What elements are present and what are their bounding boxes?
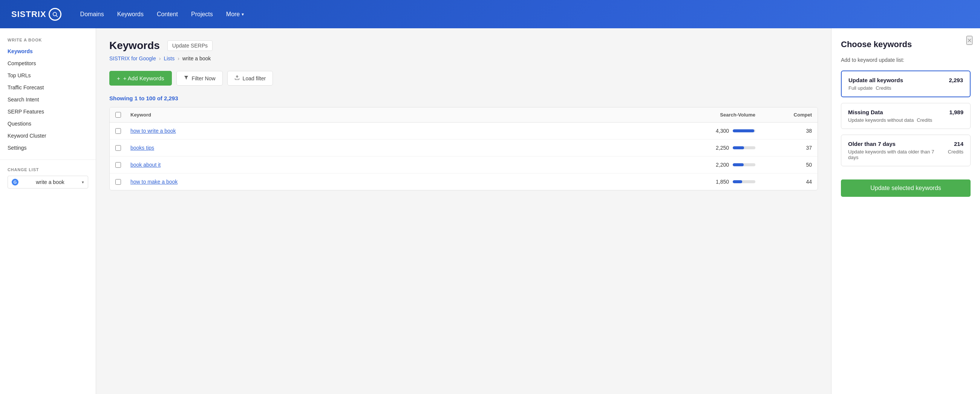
list-name: write a book bbox=[21, 179, 79, 185]
row-checkbox[interactable] bbox=[115, 179, 121, 185]
keyword-link[interactable]: book about it bbox=[130, 162, 161, 168]
select-all-checkbox[interactable] bbox=[115, 112, 121, 118]
nav-keywords[interactable]: Keywords bbox=[117, 11, 143, 18]
option-update-all[interactable]: Update all keywords 2,293 Full update Cr… bbox=[841, 70, 970, 97]
option-all-desc-right: Credits bbox=[876, 85, 891, 91]
showing-text: Showing 1 to 100 of 2,293 bbox=[109, 95, 818, 101]
filter-icon bbox=[184, 75, 189, 81]
volume-bar-bg bbox=[733, 146, 756, 149]
breadcrumb-sep-1: › bbox=[159, 56, 161, 61]
table-row: book about it 2,200 50 bbox=[110, 156, 818, 174]
upload-icon bbox=[234, 75, 240, 81]
main-nav: Domains Keywords Content Projects More ▾ bbox=[80, 11, 244, 18]
sidebar-section-title: WRITE A BOOK bbox=[0, 38, 96, 45]
chevron-down-icon: ▾ bbox=[82, 180, 84, 185]
table-row: how to make a book 1,850 44 bbox=[110, 174, 818, 190]
close-button[interactable]: × bbox=[966, 36, 972, 45]
row-checkbox-cell[interactable] bbox=[115, 179, 130, 185]
th-search-volume: Search-Volume bbox=[680, 112, 756, 118]
nav-projects[interactable]: Projects bbox=[191, 11, 213, 18]
filter-now-label: Filter Now bbox=[192, 75, 216, 81]
select-all-cell[interactable] bbox=[115, 112, 130, 118]
volume-number: 2,250 bbox=[710, 145, 729, 151]
nav-more[interactable]: More ▾ bbox=[226, 11, 244, 18]
breadcrumb-lists[interactable]: Lists bbox=[164, 56, 175, 61]
right-panel: Choose keywords × Add to keyword update … bbox=[831, 28, 980, 394]
compet-cell: 44 bbox=[756, 179, 812, 185]
breadcrumb-sistrix[interactable]: SISTRIX for Google bbox=[109, 56, 156, 61]
sidebar-item-top-urls[interactable]: Top URLs bbox=[0, 69, 96, 81]
logo-icon bbox=[49, 8, 61, 21]
list-selector[interactable]: G write a book ▾ bbox=[8, 176, 88, 188]
sidebar-item-search-intent[interactable]: Search Intent bbox=[0, 94, 96, 105]
update-selected-button[interactable]: Update selected keywords bbox=[841, 179, 970, 197]
option-missing-data[interactable]: Missing Data 1,989 Update keywords witho… bbox=[841, 103, 970, 129]
row-checkbox[interactable] bbox=[115, 162, 121, 168]
option-missing-title: Missing Data bbox=[848, 109, 883, 115]
table-row: books tips 2,250 37 bbox=[110, 139, 818, 156]
option-older-desc-right: Credits bbox=[948, 149, 963, 160]
table-header: Keyword Search-Volume Compet bbox=[110, 107, 818, 123]
volume-bar-fill bbox=[733, 180, 742, 183]
panel-subtitle: Add to keyword update list: bbox=[841, 57, 970, 63]
sidebar: WRITE A BOOK Keywords Competitors Top UR… bbox=[0, 28, 96, 394]
row-checkbox-cell[interactable] bbox=[115, 128, 130, 134]
update-serps-button[interactable]: Update SERPs bbox=[167, 40, 213, 51]
breadcrumb: SISTRIX for Google › Lists › write a boo… bbox=[109, 56, 818, 61]
row-checkbox-cell[interactable] bbox=[115, 162, 130, 168]
option-all-header: Update all keywords 2,293 bbox=[848, 77, 963, 83]
row-checkbox-cell[interactable] bbox=[115, 145, 130, 151]
content-header: Keywords Update SERPs bbox=[109, 40, 818, 52]
load-filter-button[interactable]: Load filter bbox=[227, 71, 273, 86]
keyword-cell: how to make a book bbox=[130, 178, 680, 185]
volume-cell: 1,850 bbox=[680, 179, 756, 185]
option-missing-header: Missing Data 1,989 bbox=[848, 109, 963, 115]
volume-bar-bg bbox=[733, 180, 756, 183]
sidebar-item-competitors[interactable]: Competitors bbox=[0, 57, 96, 69]
google-icon: G bbox=[12, 179, 19, 185]
row-checkbox[interactable] bbox=[115, 145, 121, 151]
sidebar-item-settings[interactable]: Settings bbox=[0, 142, 96, 154]
logo[interactable]: SISTRIX bbox=[11, 8, 61, 21]
volume-bar-fill bbox=[733, 163, 744, 166]
action-bar: + + Add Keywords Filter Now Load filter bbox=[109, 71, 818, 86]
add-keywords-button[interactable]: + + Add Keywords bbox=[109, 71, 172, 86]
volume-cell: 2,200 bbox=[680, 162, 756, 168]
keywords-table: Keyword Search-Volume Compet how to writ… bbox=[109, 107, 818, 190]
keyword-cell: book about it bbox=[130, 161, 680, 168]
sidebar-item-traffic-forecast[interactable]: Traffic Forecast bbox=[0, 81, 96, 94]
row-checkbox[interactable] bbox=[115, 128, 121, 134]
header: SISTRIX Domains Keywords Content Project… bbox=[0, 0, 980, 28]
volume-cell: 2,250 bbox=[680, 145, 756, 151]
volume-number: 2,200 bbox=[710, 162, 729, 168]
keyword-link[interactable]: books tips bbox=[130, 145, 154, 151]
option-older-desc-left: Update keywords with data older than 7 d… bbox=[848, 149, 945, 160]
content-area: Keywords Update SERPs SISTRIX for Google… bbox=[96, 28, 831, 394]
volume-bar-fill bbox=[733, 129, 754, 132]
panel-title: Choose keywords bbox=[841, 40, 970, 49]
sidebar-item-keywords[interactable]: Keywords bbox=[0, 45, 96, 57]
main-layout: WRITE A BOOK Keywords Competitors Top UR… bbox=[0, 28, 980, 394]
compet-cell: 38 bbox=[756, 128, 812, 134]
sidebar-item-questions[interactable]: Questions bbox=[0, 118, 96, 130]
keyword-link[interactable]: how to write a book bbox=[130, 128, 176, 134]
option-older[interactable]: Older than 7 days 214 Update keywords wi… bbox=[841, 135, 970, 166]
svg-line-1 bbox=[56, 16, 58, 17]
volume-cell: 4,300 bbox=[680, 128, 756, 134]
nav-content[interactable]: Content bbox=[157, 11, 178, 18]
keyword-cell: how to write a book bbox=[130, 128, 680, 134]
option-missing-count: 1,989 bbox=[949, 109, 963, 115]
sidebar-item-keyword-cluster[interactable]: Keyword Cluster bbox=[0, 130, 96, 142]
th-compet: Compet bbox=[756, 112, 812, 118]
change-list-section: CHANGE LIST G write a book ▾ bbox=[0, 166, 96, 190]
plus-icon: + bbox=[117, 75, 120, 81]
volume-bar-bg bbox=[733, 163, 756, 166]
nav-domains[interactable]: Domains bbox=[80, 11, 104, 18]
keyword-link[interactable]: how to make a book bbox=[130, 179, 178, 185]
option-older-header: Older than 7 days 214 bbox=[848, 140, 963, 147]
option-all-title: Update all keywords bbox=[848, 77, 903, 83]
option-all-desc-left: Full update bbox=[848, 85, 873, 91]
filter-now-button[interactable]: Filter Now bbox=[177, 71, 223, 86]
svg-point-0 bbox=[53, 12, 56, 16]
sidebar-item-serp-features[interactable]: SERP Features bbox=[0, 105, 96, 118]
